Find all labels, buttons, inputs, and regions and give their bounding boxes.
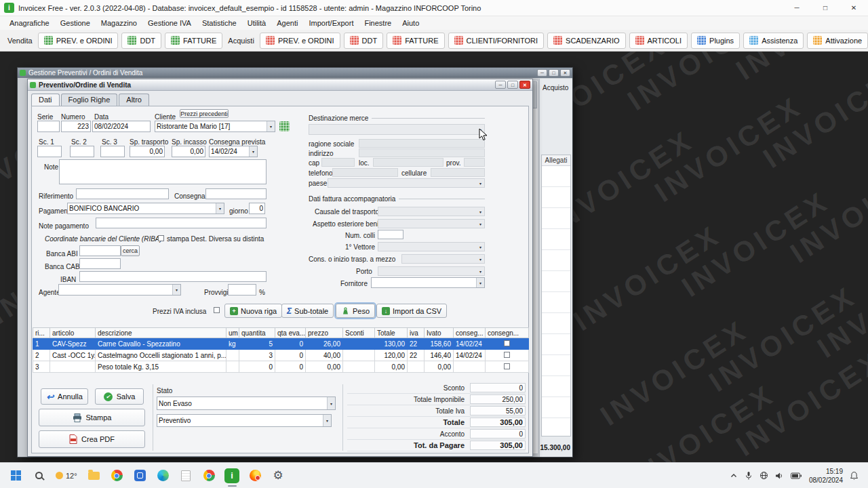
fornitore-combobox[interactable]: ▾ bbox=[371, 277, 485, 288]
cliente-lookup-icon[interactable] bbox=[279, 121, 290, 131]
tray-mic-button[interactable] bbox=[745, 471, 753, 481]
col-consegnato[interactable]: consegn... bbox=[486, 328, 529, 338]
sub-totale-button[interactable]: ΣSub-totale bbox=[281, 304, 334, 318]
table-row[interactable]: 1 CAV-Spezz Carne Cavallo - Spezzatino k… bbox=[33, 338, 529, 350]
notepad-button[interactable] bbox=[177, 466, 195, 485]
destinazione-combobox[interactable]: ▾ bbox=[309, 124, 485, 135]
consegnato-checkbox[interactable] bbox=[504, 352, 510, 358]
banca-cab-input[interactable] bbox=[79, 258, 121, 269]
consegna-prevista-spinner[interactable]: 14/02/24▾ bbox=[209, 146, 258, 157]
sc3-input[interactable] bbox=[100, 146, 125, 157]
col-consegna[interactable]: conseg... bbox=[454, 328, 486, 338]
tray-chevron-button[interactable] bbox=[730, 472, 738, 480]
browser-profile-button[interactable] bbox=[200, 466, 218, 485]
peso-button[interactable]: Peso bbox=[336, 304, 375, 318]
salva-button[interactable]: ✔Salva bbox=[95, 388, 144, 405]
tray-volume-button[interactable] bbox=[775, 472, 784, 480]
cliente-combobox[interactable]: Ristorante Da Mario [17]▾ bbox=[155, 121, 275, 132]
menu-item-aiuto[interactable]: Aiuto bbox=[397, 18, 425, 28]
menu-item-statistiche[interactable]: Statistiche bbox=[197, 18, 242, 28]
menu-item-utilita[interactable]: Utilità bbox=[242, 18, 272, 28]
aspetto-beni-combobox[interactable]: ▾ bbox=[378, 219, 485, 228]
menu-item-gestione-iva[interactable]: Gestione IVA bbox=[142, 18, 197, 28]
menu-item-anagrafiche[interactable]: Anagrafiche bbox=[4, 18, 55, 28]
tab-altro[interactable]: Altro bbox=[119, 94, 149, 106]
paese-combobox[interactable]: ▾ bbox=[328, 178, 485, 188]
invoicex-taskbar-button[interactable]: i bbox=[223, 466, 241, 485]
ddt-acquisti-button[interactable]: DDT bbox=[344, 33, 384, 49]
attivazione-button[interactable]: Attivazione bbox=[807, 33, 868, 49]
annulla-button[interactable]: ↩Annulla bbox=[41, 388, 88, 405]
sp-incasso-input[interactable] bbox=[172, 146, 205, 157]
stato-evasione-combobox[interactable]: Non Evaso▾ bbox=[157, 396, 336, 410]
menu-item-agenti[interactable]: Agenti bbox=[271, 18, 303, 28]
menu-item-import-export[interactable]: Import/Export bbox=[303, 18, 359, 28]
crea-pdf-button[interactable]: Crea PDF bbox=[39, 430, 145, 448]
serie-input[interactable] bbox=[37, 121, 60, 132]
close-icon[interactable]: ✕ bbox=[840, 0, 868, 16]
provvigione-input[interactable] bbox=[228, 284, 256, 296]
search-button[interactable] bbox=[30, 466, 48, 485]
pagamento-combobox[interactable]: BONIFICO BANCARIO▾ bbox=[67, 203, 224, 214]
ddt-vendita-button[interactable]: DDT bbox=[121, 33, 161, 49]
col-riga[interactable]: ri... bbox=[33, 328, 50, 338]
minimize-icon[interactable]: ─ bbox=[537, 69, 547, 77]
plugins-button[interactable]: Plugins bbox=[691, 33, 740, 49]
minimize-icon[interactable]: ─ bbox=[783, 0, 811, 16]
col-iva[interactable]: iva bbox=[408, 328, 425, 338]
scadenzario-button[interactable]: SCADENZARIO bbox=[547, 33, 625, 49]
note-pagamento-input[interactable] bbox=[96, 218, 267, 228]
telefono-field[interactable] bbox=[332, 168, 398, 177]
porto-combobox[interactable]: ▾ bbox=[378, 266, 485, 276]
consegna-input[interactable] bbox=[205, 188, 267, 199]
clock[interactable]: 15:19 08/02/2024 bbox=[809, 467, 843, 485]
fatture-acquisti-button[interactable]: FATTURE bbox=[387, 33, 444, 49]
prezzi-precedenti-button[interactable]: Prezzi precedenti bbox=[180, 109, 229, 118]
menu-item-magazzino[interactable]: Magazzino bbox=[96, 18, 142, 28]
assistenza-button[interactable]: Assistenza bbox=[743, 33, 804, 49]
notification-center-button[interactable] bbox=[850, 471, 859, 481]
menu-item-finestre[interactable]: Finestre bbox=[359, 18, 397, 28]
data-input[interactable] bbox=[92, 121, 151, 132]
chrome-button[interactable] bbox=[108, 466, 126, 485]
menu-item-gestione[interactable]: Gestione bbox=[55, 18, 96, 28]
tray-battery-button[interactable] bbox=[791, 472, 802, 479]
cellulare-field[interactable] bbox=[431, 168, 485, 177]
table-row[interactable]: 2 Cast -OCC 1y... Castelmagno Occelli st… bbox=[33, 350, 529, 361]
col-totale[interactable]: Totale bbox=[375, 328, 408, 338]
tab-foglio-righe[interactable]: Foglio Righe bbox=[61, 94, 118, 106]
sp-trasporto-input[interactable] bbox=[130, 146, 165, 157]
start-button[interactable] bbox=[7, 466, 25, 485]
col-prezzo[interactable]: prezzo bbox=[306, 328, 343, 338]
import-csv-button[interactable]: ↓Import da CSV bbox=[376, 304, 447, 318]
cap-field[interactable] bbox=[321, 158, 355, 167]
col-quantita[interactable]: quantita bbox=[239, 328, 275, 338]
col-sconti[interactable]: Sconti bbox=[343, 328, 375, 338]
loc-field[interactable] bbox=[373, 158, 443, 167]
note-textarea[interactable] bbox=[59, 159, 267, 184]
consegnato-checkbox[interactable] bbox=[504, 340, 510, 346]
inner-window-titlebar[interactable]: Preventivo/Ordine di Vendita ─ □ ✕ bbox=[28, 79, 532, 91]
iban-input[interactable] bbox=[79, 271, 267, 282]
agente-combobox[interactable]: ▾ bbox=[58, 284, 181, 296]
causale-trasporto-combobox[interactable]: ▾ bbox=[378, 207, 485, 216]
vettore-combobox[interactable]: ▾ bbox=[378, 242, 485, 251]
numero-input[interactable] bbox=[61, 121, 91, 132]
cerca-button[interactable]: cerca bbox=[121, 245, 140, 256]
fatture-vendita-button[interactable]: FATTURE bbox=[165, 33, 222, 49]
maximize-icon[interactable]: □ bbox=[549, 69, 559, 77]
outer-window-titlebar[interactable]: Gestione Preventivi / Ordini di Vendita … bbox=[18, 68, 572, 78]
prev-ordini-vendita-button[interactable]: PREV. e ORDINI bbox=[38, 33, 119, 49]
file-explorer-button[interactable] bbox=[85, 466, 103, 485]
sc2-input[interactable] bbox=[70, 146, 94, 157]
blue-app-button[interactable] bbox=[131, 466, 149, 485]
firefox-button[interactable] bbox=[246, 466, 264, 485]
table-row[interactable]: 3 Peso totale Kg. 3,15 0 0 0,00 0,00 0,0… bbox=[33, 361, 529, 373]
col-um[interactable]: um bbox=[226, 328, 239, 338]
ragione-sociale-field[interactable] bbox=[359, 139, 485, 148]
scrollbar-thumb[interactable] bbox=[532, 81, 537, 108]
prev-ordini-acquisti-button[interactable]: PREV. e ORDINI bbox=[260, 33, 340, 49]
stampa-button[interactable]: Stampa bbox=[39, 409, 145, 426]
maximize-icon[interactable]: □ bbox=[811, 0, 840, 16]
consegnato-checkbox[interactable] bbox=[504, 363, 510, 369]
